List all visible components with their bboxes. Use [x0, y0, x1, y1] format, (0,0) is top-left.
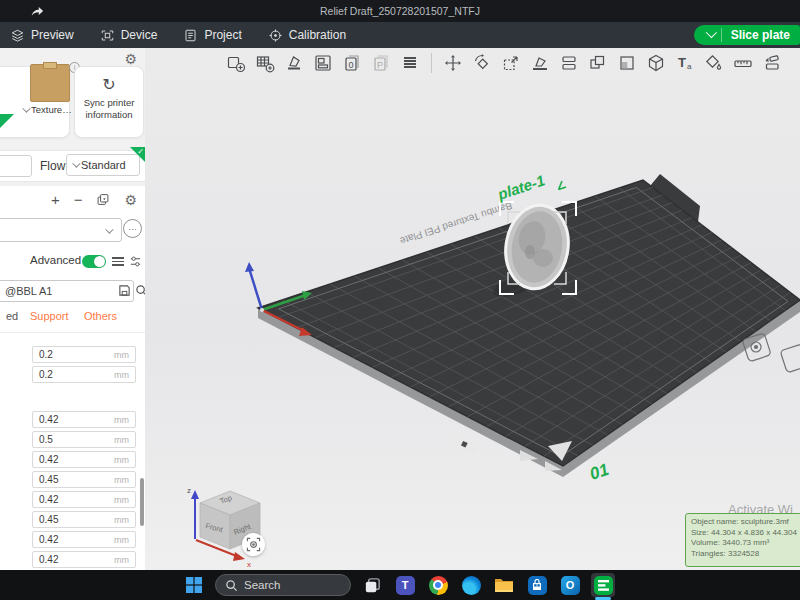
tab-calibration[interactable]: Calibration — [268, 28, 346, 43]
preview-layers-icon — [10, 28, 25, 43]
add-filament-icon[interactable]: + — [51, 192, 60, 207]
advanced-toggle[interactable] — [82, 255, 106, 268]
outlook-icon[interactable]: O — [558, 573, 582, 597]
param-input[interactable]: 0.42mm — [32, 491, 136, 508]
mesh-boolean-icon[interactable] — [616, 52, 638, 74]
scale-icon[interactable] — [500, 52, 522, 74]
remove-filament-icon[interactable]: − — [74, 192, 83, 207]
variable-layer-height-icon[interactable] — [399, 52, 421, 74]
edit-preset-icon[interactable] — [96, 193, 110, 206]
tab-support[interactable]: Support — [30, 310, 69, 322]
chevron-down-icon — [72, 159, 80, 167]
teams-icon[interactable]: T — [393, 573, 417, 597]
slice-plate-button[interactable]: Slice plate — [694, 25, 800, 45]
param-input[interactable]: 0.42mm — [32, 411, 136, 428]
text-tool-icon[interactable]: Ta — [674, 52, 696, 74]
flow-synced-badge: ✓ — [130, 147, 145, 162]
tune-icon[interactable] — [129, 255, 142, 268]
param-input[interactable]: 0.45mm — [32, 471, 136, 488]
plate-name-label[interactable]: plate-1 — [495, 171, 547, 203]
advanced-label: Advanced — [30, 254, 81, 266]
cut-icon[interactable] — [587, 52, 609, 74]
toolbar-separator — [431, 53, 432, 73]
auto-orient-icon[interactable] — [283, 52, 305, 74]
viewport-settings-button[interactable] — [242, 533, 265, 556]
filament-field-partial[interactable] — [0, 155, 32, 177]
plate-number-label: 01 — [587, 460, 611, 484]
preset-name-field[interactable]: @BBL A1 — [0, 280, 134, 302]
z-axis-arrow — [245, 262, 254, 272]
calibration-target-icon — [268, 28, 283, 43]
chevron-down-icon[interactable] — [22, 104, 30, 112]
place-on-face-icon[interactable] — [529, 52, 551, 74]
param-input[interactable]: 0.42mm — [32, 451, 136, 468]
title-bar: Relief Draft_250728201507_NTFJ — [0, 0, 800, 22]
flow-select[interactable]: Standard — [66, 154, 140, 176]
chrome-icon[interactable] — [426, 573, 450, 597]
modifier-cube-icon[interactable] — [645, 52, 667, 74]
plate-type-label: Texture… — [31, 104, 72, 115]
move-icon[interactable] — [442, 52, 464, 74]
info-line: Volume: 3440.73 mm³ — [691, 538, 800, 549]
start-button[interactable] — [182, 573, 206, 597]
rotate-icon[interactable] — [471, 52, 493, 74]
chevron-down-icon[interactable] — [705, 27, 716, 38]
param-input[interactable]: 0.2mm — [32, 346, 136, 363]
file-explorer-icon[interactable] — [492, 573, 516, 597]
info-line: Triangles: 3324528 — [691, 549, 800, 560]
taskbar-search-input[interactable]: Search — [215, 574, 351, 596]
scene-canvas: Bambu Textured PEI Plate — [145, 48, 800, 570]
window-title: Relief Draft_250728201507_NTFJ — [0, 5, 800, 17]
filament-more-button[interactable]: … — [123, 219, 142, 238]
color-paint-icon[interactable] — [703, 52, 725, 74]
scrollbar-thumb[interactable] — [140, 478, 144, 526]
tab-device[interactable]: Device — [100, 28, 158, 43]
printer-settings-gear-icon[interactable]: ⚙ — [124, 52, 137, 66]
tab-others[interactable]: Others — [84, 310, 117, 322]
svg-text:a: a — [687, 62, 692, 71]
plate-lock-state-icon[interactable] — [556, 180, 566, 189]
info-line: Size: 44.304 x 4.836 x 44.304 — [691, 528, 800, 539]
flow-row: Flow Standard — [0, 150, 145, 182]
viewport-3d[interactable]: Bambu Textured PEI Plate — [145, 48, 800, 570]
assembly-split-icon[interactable] — [558, 52, 580, 74]
add-plate-icon[interactable] — [254, 52, 276, 74]
process-section: + − ⚙ … Advanced @BBL A1 ed Support Othe… — [0, 186, 145, 570]
add-object-icon[interactable] — [225, 52, 247, 74]
dashed-gear-icon — [246, 537, 261, 552]
menu-bar: Preview Device Project Calibration Slice… — [0, 22, 800, 49]
param-input[interactable]: 0.45mm — [32, 511, 136, 528]
store-icon[interactable] — [525, 573, 549, 597]
info-line: Object name: sculpture.3mf — [691, 517, 800, 528]
param-input[interactable]: 0.5mm — [32, 431, 136, 448]
split-to-parts-icon[interactable]: P — [370, 52, 392, 74]
object-info-box: Object name: sculpture.3mfSize: 44.304 x… — [685, 513, 800, 567]
synced-badge — [0, 114, 14, 128]
param-input[interactable]: 0.2mm — [32, 366, 136, 383]
task-view-icon[interactable] — [360, 573, 384, 597]
arrange-plate-icon[interactable] — [761, 52, 783, 74]
arrange-icon[interactable] — [312, 52, 334, 74]
chevron-down-icon — [105, 225, 113, 233]
measure-icon[interactable] — [732, 52, 754, 74]
process-settings-gear-icon[interactable]: ⚙ — [124, 193, 137, 207]
tab-speed-partial[interactable]: ed — [6, 310, 18, 322]
sync-icon: ↻ — [75, 75, 143, 94]
filament-combobox[interactable] — [0, 218, 122, 242]
sync-printer-card[interactable]: ↻ Sync printerinformation — [74, 66, 144, 138]
tab-project[interactable]: Project — [183, 28, 241, 43]
bambu-studio-icon[interactable] — [591, 573, 615, 597]
param-input[interactable]: 0.42mm — [32, 531, 136, 548]
sidebar-prepare-panel: ⚙ i Texture… ↻ Sync printerinformation F… — [0, 48, 146, 570]
project-document-icon — [183, 28, 198, 43]
svg-text:0: 0 — [348, 60, 353, 70]
share-arrow-icon — [30, 5, 44, 17]
save-preset-icon[interactable] — [118, 284, 131, 297]
tab-preview[interactable]: Preview — [10, 28, 74, 43]
edge-icon[interactable] — [459, 573, 483, 597]
plate-lock-toggle-icon — [780, 344, 800, 373]
plate-texture-thumbnail[interactable] — [30, 64, 70, 102]
param-input[interactable]: 0.42mm — [32, 551, 136, 568]
list-view-icon[interactable] — [112, 257, 124, 267]
split-to-objects-icon[interactable]: 0 — [341, 52, 363, 74]
